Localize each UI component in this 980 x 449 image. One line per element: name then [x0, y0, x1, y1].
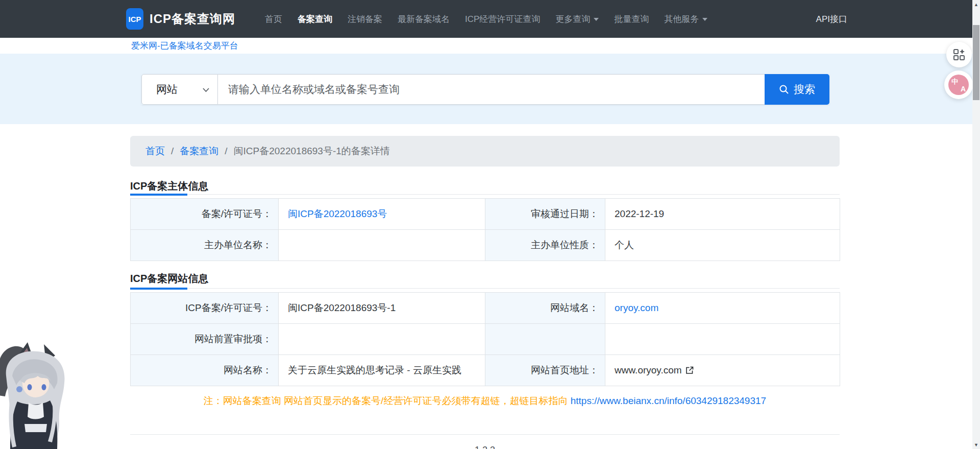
- field-label: 网站域名：: [485, 293, 605, 324]
- field-value: [279, 324, 485, 355]
- field-label: 网站前置审批项：: [131, 324, 279, 355]
- field-label: 网站首页地址：: [485, 355, 605, 386]
- table-row: 备案/许可证号： 闽ICP备2022018693号 审核通过日期： 2022-1…: [131, 199, 840, 230]
- translate-float-button[interactable]: 中 A: [944, 70, 973, 99]
- subject-section-title: ICP备案主体信息: [130, 179, 208, 193]
- field-label: 主办单位性质：: [485, 230, 605, 261]
- field-label: ICP备案/许可证号：: [131, 293, 279, 324]
- website-section-title: ICP备案网站信息: [130, 272, 208, 286]
- nav-item-icp-license-query[interactable]: ICP经营许可证查询: [465, 13, 540, 25]
- homepage-url: www.oryoy.com: [615, 365, 682, 376]
- search-input[interactable]: [218, 74, 765, 105]
- field-value: [279, 230, 485, 261]
- scroll-down-arrow[interactable]: ▼: [972, 440, 980, 449]
- nav-item-more-query[interactable]: 更多查询: [555, 13, 599, 25]
- main-nav: 首页 备案查询 注销备案 最新备案域名 ICP经营许可证查询 更多查询 批量查询…: [250, 13, 707, 25]
- pagination-clipped[interactable]: 1 2 3: [130, 445, 840, 449]
- website-domain-link[interactable]: oryoy.com: [615, 302, 658, 313]
- apps-sparkle-icon: [953, 49, 965, 61]
- section-rule: [130, 288, 840, 290]
- nav-item-newest-domains[interactable]: 最新备案域名: [398, 13, 450, 25]
- vertical-scrollbar[interactable]: ▲ ▼: [972, 0, 980, 449]
- field-value: 闽ICP备2022018693号: [279, 199, 485, 230]
- breadcrumb-home[interactable]: 首页: [145, 145, 165, 158]
- site-logo[interactable]: ICP: [126, 8, 143, 30]
- nav-item-home[interactable]: 首页: [265, 13, 282, 25]
- breadcrumb-separator: /: [171, 146, 174, 157]
- table-row: 网站名称： 关于云原生实践的思考记录 - 云原生实践 网站首页地址： www.o…: [131, 355, 840, 386]
- breadcrumb-query[interactable]: 备案查询: [180, 145, 218, 158]
- section-rule: [130, 194, 840, 196]
- chevron-down-icon: [594, 18, 599, 21]
- search-icon: [779, 84, 789, 94]
- note-text: 注：网站备案查询 网站首页显示的备案号/经营许可证号必须带有超链，超链目标指向: [204, 395, 571, 406]
- nav-item-beian-query[interactable]: 备案查询: [298, 13, 332, 25]
- promo-strip: 爱米网-已备案域名交易平台: [0, 38, 980, 54]
- field-value: oryoy.com: [605, 293, 840, 324]
- scroll-up-arrow[interactable]: ▲: [972, 0, 980, 9]
- site-title: ICP备案查询网: [150, 11, 235, 27]
- mascot-character: [0, 340, 92, 449]
- translate-icon: 中 A: [948, 75, 969, 95]
- license-number-link[interactable]: 闽ICP备2022018693号: [288, 208, 387, 219]
- breadcrumb-separator: /: [225, 146, 227, 157]
- note-link[interactable]: https://www.beianx.cn/info/6034291823493…: [571, 395, 766, 406]
- chevron-down-icon: [203, 88, 209, 92]
- field-label: 审核通过日期：: [485, 199, 605, 230]
- field-label: 主办单位名称：: [131, 230, 279, 261]
- nav-item-other-services[interactable]: 其他服务: [664, 13, 707, 25]
- nav-item-cancel-beian[interactable]: 注销备案: [348, 13, 382, 25]
- api-link[interactable]: API接口: [816, 13, 847, 25]
- top-navbar: ICP ICP备案查询网 首页 备案查询 注销备案 最新备案域名 ICP经营许可…: [0, 0, 980, 38]
- subject-info-table: 备案/许可证号： 闽ICP备2022018693号 审核通过日期： 2022-1…: [130, 198, 840, 261]
- search-panel: 网站 搜索: [0, 54, 980, 124]
- breadcrumb-current: 闽ICP备2022018693号-1的备案详情: [234, 145, 390, 158]
- field-label: 备案/许可证号：: [131, 199, 279, 230]
- search-bar: 网站 搜索: [141, 74, 829, 105]
- table-row: 主办单位名称： 主办单位性质： 个人: [131, 230, 840, 261]
- table-row: ICP备案/许可证号： 闽ICP备2022018693号-1 网站域名： ory…: [131, 293, 840, 324]
- divider: [130, 434, 840, 435]
- field-label: 网站名称：: [131, 355, 279, 386]
- scrollbar-thumb[interactable]: [973, 25, 979, 100]
- table-row: 网站前置审批项：: [131, 324, 840, 355]
- field-value: [605, 324, 840, 355]
- field-value: 2022-12-19: [605, 199, 840, 230]
- apps-float-button[interactable]: [946, 42, 972, 67]
- field-value: 关于云原生实践的思考记录 - 云原生实践: [279, 355, 485, 386]
- chevron-down-icon: [702, 18, 707, 21]
- footer-note: 注：网站备案查询 网站首页显示的备案号/经营许可证号必须带有超链，超链目标指向 …: [130, 394, 840, 408]
- breadcrumb: 首页 / 备案查询 / 闽ICP备2022018693号-1的备案详情: [130, 136, 840, 167]
- field-value: 闽ICP备2022018693号-1: [279, 293, 485, 324]
- field-value: 个人: [605, 230, 840, 261]
- nav-item-batch-query[interactable]: 批量查询: [614, 13, 649, 25]
- promo-link[interactable]: 爱米网-已备案域名交易平台: [131, 40, 238, 52]
- external-link-icon[interactable]: [685, 366, 694, 374]
- field-label: [485, 324, 605, 355]
- search-button[interactable]: 搜索: [765, 74, 829, 105]
- search-type-select[interactable]: 网站: [141, 74, 218, 105]
- field-value: www.oryoy.com: [605, 355, 840, 386]
- website-info-table: ICP备案/许可证号： 闽ICP备2022018693号-1 网站域名： ory…: [130, 292, 840, 386]
